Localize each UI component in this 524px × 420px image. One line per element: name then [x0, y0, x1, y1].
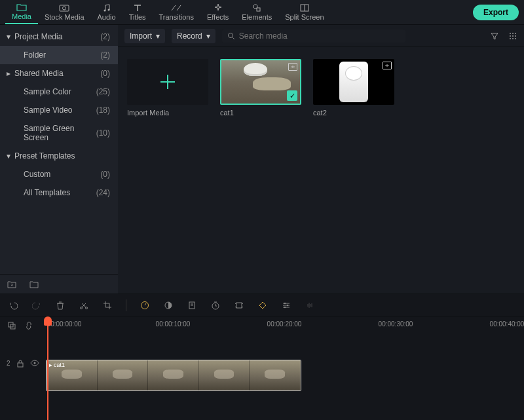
color-icon[interactable]	[163, 300, 174, 311]
import-thumb[interactable]	[127, 59, 208, 105]
ruler-tick: 00:00:30:00	[379, 320, 413, 328]
text-icon	[133, 3, 142, 12]
sidebar-count: (24)	[96, 188, 110, 197]
svg-point-9	[512, 33, 514, 34]
chevron-down-icon: ▾	[7, 151, 10, 161]
svg-point-10	[515, 33, 516, 34]
sidebar-label: Sample Video	[24, 105, 73, 115]
green-screen-icon[interactable]	[187, 300, 197, 311]
speed-icon[interactable]	[140, 300, 150, 311]
media-grid: Import Media ✓ cat1 cat2	[118, 47, 524, 128]
search-box[interactable]	[222, 29, 405, 43]
sidebar-group-project-media[interactable]: ▾Project Media (2)	[0, 28, 118, 46]
folder-icon	[16, 3, 27, 12]
svg-point-16	[515, 38, 516, 39]
timeline-clip-cat1[interactable]: ▸cat1	[46, 360, 301, 391]
tab-effects[interactable]: Effects	[200, 1, 235, 24]
svg-rect-29	[18, 363, 23, 367]
grid-view-icon[interactable]	[508, 31, 517, 41]
playhead[interactable]	[43, 316, 52, 420]
record-dropdown[interactable]: Record ▾	[172, 29, 215, 43]
undo-icon[interactable]	[8, 300, 18, 311]
svg-point-15	[512, 38, 514, 39]
svg-point-24	[284, 302, 286, 303]
link-icon[interactable]	[24, 320, 34, 331]
sidebar-item-custom[interactable]: Custom (0)	[0, 165, 118, 183]
timeline-ruler[interactable]: 00:00:00:00 00:00:10:00 00:00:20:00 00:0…	[46, 316, 524, 335]
sidebar-item-sample-green[interactable]: Sample Green Screen (10)	[0, 119, 118, 147]
transition-icon	[171, 3, 181, 12]
tab-transitions[interactable]: Transitions	[153, 1, 200, 24]
tab-titles[interactable]: Titles	[122, 1, 153, 24]
svg-point-8	[510, 33, 511, 34]
svg-point-11	[510, 35, 511, 37]
tab-media[interactable]: Media	[5, 1, 38, 24]
tab-split-screen[interactable]: Split Screen	[278, 1, 330, 24]
crop-icon[interactable]	[102, 300, 113, 311]
split-icon[interactable]	[79, 300, 89, 311]
tab-label: Transitions	[159, 13, 194, 21]
media-item-cat2[interactable]: cat2	[313, 59, 394, 117]
sidebar-group-preset-templates[interactable]: ▾Preset Templates	[0, 147, 118, 165]
svg-point-25	[287, 304, 288, 305]
music-icon	[102, 3, 111, 12]
sidebar: ▾Project Media (2) Folder (2) ▸Shared Me…	[0, 25, 118, 294]
sidebar-label: Sample Color	[24, 87, 71, 96]
ruler-tick: 00:00:10:00	[156, 320, 191, 328]
sidebar-count: (0)	[100, 69, 110, 78]
svg-rect-23	[236, 303, 242, 308]
sidebar-label: Shared Media	[14, 69, 64, 78]
sidebar-item-all-templates[interactable]: All Templates (24)	[0, 183, 118, 202]
delete-icon[interactable]	[55, 300, 66, 311]
split-icon	[300, 3, 309, 12]
duration-icon[interactable]	[210, 300, 221, 311]
search-input[interactable]	[239, 31, 400, 41]
sidebar-item-sample-color[interactable]: Sample Color (25)	[0, 83, 118, 101]
sidebar-group-shared-media[interactable]: ▸Shared Media (0)	[0, 64, 118, 83]
sidebar-label: Folder	[24, 50, 46, 60]
import-dropdown[interactable]: Import ▾	[124, 29, 165, 43]
redo-icon[interactable]	[31, 300, 42, 311]
detach-icon[interactable]	[234, 300, 244, 311]
keyframe-icon[interactable]	[257, 300, 268, 311]
timeline: 00:00:00:00 00:00:10:00 00:00:20:00 00:0…	[0, 294, 524, 420]
export-button[interactable]: Export	[473, 5, 519, 20]
tab-stock-media[interactable]: Stock Media	[38, 1, 91, 24]
save-folder-icon[interactable]	[7, 280, 17, 289]
sidebar-count: (2)	[100, 32, 110, 41]
tab-audio[interactable]: Audio	[91, 1, 122, 24]
add-timeline-icon[interactable]	[288, 63, 297, 71]
media-label: cat2	[313, 109, 394, 117]
tab-label: Split Screen	[285, 13, 324, 21]
copy-icon[interactable]	[7, 320, 17, 331]
add-timeline-icon[interactable]	[383, 62, 392, 69]
svg-rect-0	[60, 5, 69, 11]
media-thumb[interactable]	[313, 59, 394, 105]
tab-elements[interactable]: Elements	[235, 1, 278, 24]
sidebar-item-sample-video[interactable]: Sample Video (18)	[0, 101, 118, 119]
sidebar-count: (18)	[96, 105, 110, 115]
sidebar-label: Project Media	[14, 32, 62, 41]
shapes-icon	[252, 3, 261, 12]
dropdown-label: Record	[177, 31, 202, 41]
sidebar-item-folder[interactable]: Folder (2)	[0, 46, 118, 64]
new-folder-icon[interactable]	[29, 280, 39, 289]
svg-point-30	[33, 362, 35, 364]
sidebar-label: Sample Green Screen	[24, 124, 96, 142]
svg-point-2	[103, 10, 105, 12]
svg-point-13	[515, 35, 516, 37]
eye-icon[interactable]	[30, 360, 39, 420]
plus-icon	[160, 75, 175, 89]
lock-icon[interactable]	[17, 360, 24, 420]
svg-point-3	[107, 9, 109, 11]
settings-icon[interactable]	[281, 300, 291, 311]
search-icon	[227, 32, 235, 40]
sparkle-icon	[214, 3, 223, 12]
media-thumb[interactable]: ✓	[220, 59, 301, 105]
media-item-cat1[interactable]: ✓ cat1	[220, 59, 301, 117]
audio-waveform-icon[interactable]	[305, 300, 315, 311]
filter-icon[interactable]	[490, 31, 499, 41]
media-import-tile[interactable]: Import Media	[127, 59, 208, 117]
svg-point-26	[284, 306, 286, 307]
track-area[interactable]: ▸cat1	[46, 335, 524, 420]
